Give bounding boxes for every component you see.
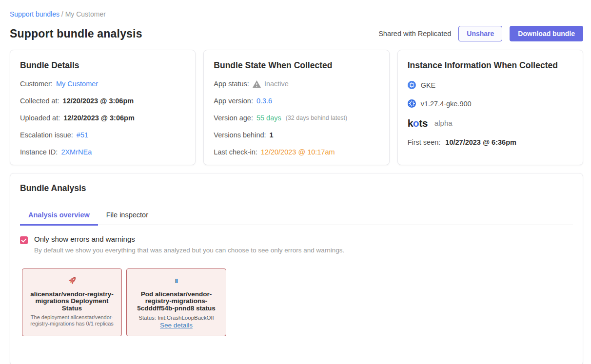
page-header: Support bundle analysis Shared with Repl… — [10, 26, 583, 41]
escalation-issue-label: Escalation issue: — [20, 131, 73, 139]
app-version-link[interactable]: 0.3.6 — [256, 97, 272, 105]
uploaded-at-row: Uploaded at: 12/20/2023 @ 3:06pm — [20, 114, 185, 122]
issue-card-deployment-status[interactable]: alicenstar/vendor-registry-migrations De… — [22, 268, 122, 336]
app-status-row: App status: Inactive — [214, 80, 379, 88]
bundle-state-card: Bundle State When Collected App status: … — [203, 50, 389, 165]
escalation-issue-link[interactable]: #51 — [77, 131, 88, 139]
page-root: Support bundles / My Customer Support bu… — [0, 0, 591, 364]
see-details-link[interactable]: See details — [160, 322, 193, 329]
page-title: Support bundle analysis — [10, 27, 142, 40]
bundle-state-title: Bundle State When Collected — [214, 60, 379, 71]
bundle-details-card: Bundle Details Customer: My Customer Col… — [10, 50, 196, 165]
app-version-row: App version: 0.3.6 — [214, 97, 379, 105]
version-age-note: (32 days behind latest) — [286, 115, 347, 121]
breadcrumb-separator: / — [61, 10, 63, 18]
collected-at-label: Collected at: — [20, 97, 59, 105]
issues-row: alicenstar/vendor-registry-migrations De… — [22, 268, 573, 336]
uploaded-at-label: Uploaded at: — [20, 114, 60, 122]
bundle-analysis-card: Bundle Analysis Analysis overview File i… — [10, 173, 583, 364]
first-seen-label: First seen: — [408, 138, 441, 146]
version-age-row: Version age: 55 days (32 days behind lat… — [214, 114, 379, 122]
issue-card-pod-status[interactable]: Pod alicenstar/vendor-registry-migration… — [126, 268, 226, 336]
version-age-label: Version age: — [214, 114, 253, 122]
pod-status-icon — [131, 275, 222, 287]
first-seen-row: First seen: 10/27/2023 @ 6:36pm — [408, 138, 573, 146]
last-checkin-value: 12/20/2023 @ 10:17am — [261, 148, 335, 156]
app-version-label: App version: — [214, 97, 253, 105]
versions-behind-label: Versions behind: — [214, 131, 266, 139]
errors-filter-description: By default we show you everything that w… — [34, 247, 344, 254]
analysis-tabs: Analysis overview File inspector — [20, 206, 573, 225]
breadcrumb-current: My Customer — [65, 10, 106, 18]
version-age-value: 55 days — [256, 114, 281, 122]
first-seen-value: 10/27/2023 @ 6:36pm — [445, 138, 516, 146]
app-status-label: App status: — [214, 80, 249, 88]
instance-info-card: Instance Information When Collected GKE … — [397, 50, 583, 165]
instance-info-title: Instance Information When Collected — [408, 60, 573, 71]
distribution-value: GKE — [421, 81, 436, 89]
instance-id-row: Instance ID: 2XMrNEa — [20, 148, 185, 156]
last-checkin-row: Last check-in: 12/20/2023 @ 10:17am — [214, 148, 379, 156]
kubernetes-version-icon — [408, 99, 416, 108]
distribution-row: GKE — [408, 81, 573, 89]
kubernetes-distribution-icon — [408, 81, 416, 89]
kots-row: kots alpha — [408, 118, 573, 128]
kots-logo: kots — [408, 118, 428, 128]
versions-behind-row: Versions behind: 1 — [214, 131, 379, 139]
issue-message: The deployment alicenstar/vendor-registr… — [26, 314, 118, 326]
errors-filter: Only show errors and warnings By default… — [20, 235, 573, 254]
app-status-value: Inactive — [264, 80, 289, 88]
customer-link[interactable]: My Customer — [56, 80, 98, 88]
bundle-details-title: Bundle Details — [20, 60, 185, 71]
errors-filter-label[interactable]: Only show errors and warnings — [34, 235, 344, 243]
warning-icon — [253, 80, 261, 88]
versions-behind-value: 1 — [270, 131, 274, 139]
info-cards-row: Bundle Details Customer: My Customer Col… — [10, 50, 583, 165]
unshare-button[interactable]: Unshare — [458, 26, 502, 41]
k8s-version-value: v1.27.4-gke.900 — [421, 100, 472, 108]
tab-file-inspector[interactable]: File inspector — [98, 206, 157, 226]
tab-analysis-overview[interactable]: Analysis overview — [20, 206, 98, 226]
instance-id-label: Instance ID: — [20, 148, 58, 156]
collected-at-row: Collected at: 12/20/2023 @ 3:06pm — [20, 97, 185, 105]
escalation-issue-row: Escalation issue: #51 — [20, 131, 185, 139]
bundle-analysis-title: Bundle Analysis — [20, 183, 573, 193]
issue-title: Pod alicenstar/vendor-registry-migration… — [131, 291, 222, 312]
rocket-icon — [26, 275, 118, 287]
download-bundle-button[interactable]: Download bundle — [510, 26, 583, 41]
header-actions: Shared with Replicated Unshare Download … — [378, 26, 583, 41]
errors-filter-text: Only show errors and warnings By default… — [34, 235, 344, 254]
issue-status: Status: Init:CrashLoopBackOff — [131, 315, 222, 321]
breadcrumb: Support bundles / My Customer — [10, 0, 583, 18]
kots-version-value: alpha — [434, 119, 453, 127]
uploaded-at-value: 12/20/2023 @ 3:06pm — [63, 114, 135, 122]
customer-row: Customer: My Customer — [20, 80, 185, 88]
errors-filter-checkbox[interactable] — [20, 236, 28, 244]
last-checkin-label: Last check-in: — [214, 148, 257, 156]
shared-status-text: Shared with Replicated — [378, 30, 451, 38]
instance-id-link[interactable]: 2XMrNEa — [61, 148, 92, 156]
customer-label: Customer: — [20, 80, 53, 88]
collected-at-value: 12/20/2023 @ 3:06pm — [63, 97, 134, 105]
breadcrumb-support-bundles-link[interactable]: Support bundles — [10, 10, 59, 18]
issue-title: alicenstar/vendor-registry-migrations De… — [26, 291, 118, 312]
k8s-version-row: v1.27.4-gke.900 — [408, 99, 573, 108]
